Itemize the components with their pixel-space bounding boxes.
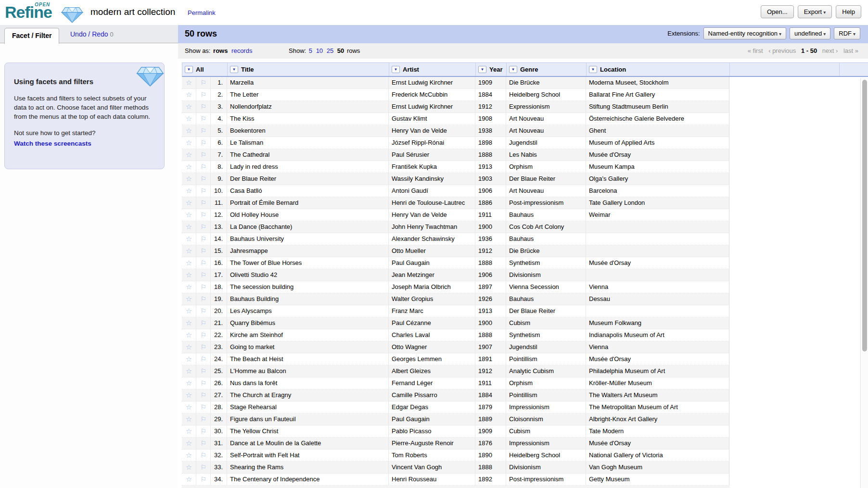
cell-title[interactable]: Marzella [227, 77, 389, 88]
column-menu-button-genre[interactable]: ▼ [509, 66, 517, 73]
cell-artist[interactable]: Albert Gleizes [389, 365, 475, 377]
page-size-10[interactable]: 10 [316, 47, 323, 54]
cell-genre[interactable]: Bauhaus [506, 209, 586, 221]
cell-artist[interactable]: Walter Gropius [389, 293, 475, 305]
cell-artist[interactable]: Charles Laval [389, 329, 475, 341]
flag-icon[interactable]: ⚐ [196, 341, 211, 353]
cell-location[interactable]: Van Gogh Museum [586, 462, 729, 473]
cell-title[interactable]: Self-Portrait with Felt Hat [227, 450, 389, 461]
cell-genre[interactable]: Pointillism [506, 389, 586, 401]
cell-genre[interactable]: Die Brücke [506, 245, 586, 257]
cell-year[interactable]: 1897 [475, 281, 506, 293]
cell-artist[interactable]: Gustav Klimt [389, 113, 475, 125]
extension-ner-dropdown[interactable]: Named-entity recognition▾ [703, 27, 787, 39]
cell-artist[interactable]: Henri de Toulouse-Lautrec [389, 197, 475, 209]
cell-location[interactable]: Museum Folkwang [586, 317, 729, 329]
cell-genre[interactable]: Analytic Cubism [506, 365, 586, 377]
star-icon[interactable]: ☆ [182, 245, 196, 257]
cell-title[interactable]: The Centenary of Independence [227, 474, 389, 485]
cell-year[interactable]: 1903 [475, 173, 506, 185]
cell-artist[interactable]: Ernst Ludwig Kirchner [389, 101, 475, 113]
flag-icon[interactable]: ⚐ [196, 113, 211, 125]
cell-title[interactable]: Quarry Bibémus [227, 317, 389, 329]
cell-artist[interactable]: József Rippl-Rónai [389, 137, 475, 149]
cell-year[interactable]: 1888 [475, 149, 506, 161]
cell-location[interactable]: Ghent [586, 125, 729, 137]
star-icon[interactable]: ☆ [182, 317, 196, 329]
star-icon[interactable]: ☆ [182, 173, 196, 185]
flag-icon[interactable]: ⚐ [196, 161, 211, 173]
star-icon[interactable]: ☆ [182, 77, 196, 88]
flag-icon[interactable]: ⚐ [196, 137, 211, 149]
cell-title[interactable]: Bauhaus University [227, 233, 389, 245]
star-icon[interactable]: ☆ [182, 269, 196, 281]
show-as-rows-selected[interactable]: rows [213, 47, 228, 54]
pagination-next[interactable]: next › [822, 47, 838, 54]
cell-artist[interactable]: Otto Wagner [389, 341, 475, 353]
cell-title[interactable]: Dance at Le Moulin de la Galette [227, 438, 389, 449]
flag-icon[interactable]: ⚐ [196, 377, 211, 389]
cell-genre[interactable]: Bauhaus [506, 293, 586, 305]
cell-genre[interactable]: Cloisonnism [506, 413, 586, 425]
cell-title[interactable]: Lady in red dress [227, 161, 389, 173]
cell-genre[interactable]: Divisionism [506, 462, 586, 473]
cell-genre[interactable]: Cos Cob Art Colony [506, 221, 586, 233]
cell-year[interactable]: 1876 [475, 438, 506, 449]
flag-icon[interactable]: ⚐ [196, 269, 211, 281]
cell-title[interactable]: The Beach at Heist [227, 353, 389, 365]
cell-genre[interactable]: Art Nouveau [506, 113, 586, 125]
pagination-previous[interactable]: ‹ previous [768, 47, 796, 54]
cell-artist[interactable]: Joseph Maria Olbrich [389, 281, 475, 293]
cell-year[interactable]: 1879 [475, 401, 506, 413]
cell-location[interactable]: Albright-Knox Art Gallery [586, 413, 729, 425]
flag-icon[interactable]: ⚐ [196, 77, 211, 88]
flag-icon[interactable]: ⚐ [196, 245, 211, 257]
permalink-link[interactable]: Permalink [188, 9, 216, 16]
flag-icon[interactable]: ⚐ [196, 450, 211, 461]
cell-location[interactable]: Getty Museum [586, 474, 729, 485]
cell-title[interactable]: Figure dans un Fauteuil [227, 413, 389, 425]
star-icon[interactable]: ☆ [182, 377, 196, 389]
cell-year[interactable]: 1900 [475, 317, 506, 329]
cell-genre[interactable]: Heidelberg School [506, 89, 586, 100]
cell-artist[interactable]: Alexander Schawinsky [389, 233, 475, 245]
flag-icon[interactable]: ⚐ [196, 149, 211, 161]
cell-location[interactable]: Musée d'Orsay [586, 257, 729, 269]
cell-year[interactable]: 1908 [475, 113, 506, 125]
cell-title[interactable]: L'Homme au Balcon [227, 365, 389, 377]
cell-title[interactable]: The Tower of Blue Horses [227, 257, 389, 269]
cell-artist[interactable]: Otto Mueller [389, 245, 475, 257]
cell-title[interactable]: Les Alyscamps [227, 305, 389, 317]
star-icon[interactable]: ☆ [182, 293, 196, 305]
cell-genre[interactable]: Art Nouveau [506, 185, 586, 197]
cell-title[interactable]: Nollendorfplatz [227, 101, 389, 113]
star-icon[interactable]: ☆ [182, 365, 196, 377]
cell-location[interactable]: The Walters Art Museum [586, 389, 729, 401]
cell-year[interactable]: 1912 [475, 365, 506, 377]
cell-year[interactable]: 1912 [475, 101, 506, 113]
star-icon[interactable]: ☆ [182, 137, 196, 149]
cell-artist[interactable]: Pierre-Auguste Renoir [389, 438, 475, 449]
cell-title[interactable]: The Yellow Christ [227, 425, 389, 437]
cell-title[interactable]: Der Blaue Reiter [227, 173, 389, 185]
cell-location[interactable] [586, 221, 729, 233]
cell-year[interactable]: 1889 [475, 413, 506, 425]
star-icon[interactable]: ☆ [182, 89, 196, 100]
star-icon[interactable]: ☆ [182, 101, 196, 113]
cell-title[interactable]: Boekentoren [227, 125, 389, 137]
flag-icon[interactable]: ⚐ [196, 474, 211, 485]
cell-year[interactable]: 1926 [475, 293, 506, 305]
cell-artist[interactable]: Tom Roberts [389, 450, 475, 461]
cell-artist[interactable]: Wassily Kandinsky [389, 173, 475, 185]
star-icon[interactable]: ☆ [182, 185, 196, 197]
cell-title[interactable]: The Church at Eragny [227, 389, 389, 401]
page-size-5[interactable]: 5 [309, 47, 312, 54]
cell-year[interactable]: 1886 [475, 197, 506, 209]
cell-location[interactable]: Museum of Applied Arts [586, 137, 729, 149]
cell-year[interactable]: 1913 [475, 161, 506, 173]
star-icon[interactable]: ☆ [182, 305, 196, 317]
cell-title[interactable]: Kirche am Steinhof [227, 329, 389, 341]
cell-artist[interactable]: Pablo Picasso [389, 425, 475, 437]
star-icon[interactable]: ☆ [182, 389, 196, 401]
cell-location[interactable]: Vienna [586, 281, 729, 293]
